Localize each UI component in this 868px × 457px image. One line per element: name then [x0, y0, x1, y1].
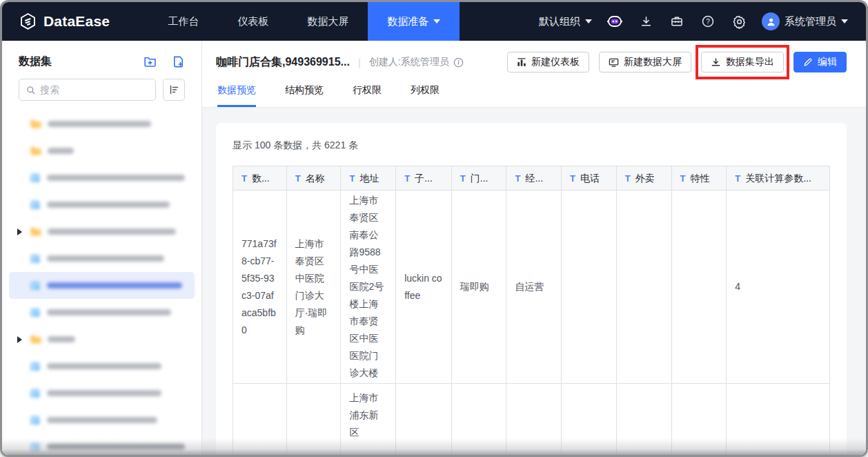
tree-item-0[interactable] [9, 110, 195, 137]
search-input[interactable] [40, 84, 148, 95]
tab-3[interactable]: 列权限 [411, 84, 440, 107]
cell-r0-c1: 上海市奉贤区中医院门诊大厅·瑞即购 [286, 191, 341, 384]
pencil-icon [803, 57, 813, 67]
dataset-export-button[interactable]: 数据集导出 [701, 52, 784, 72]
new-folder-icon[interactable] [144, 55, 157, 68]
nav-item-1[interactable]: 仪表板 [218, 2, 288, 41]
column-header-5[interactable]: T经... [506, 166, 562, 191]
nav-item-3[interactable]: 数据准备 [368, 2, 460, 41]
dataset-sidebar: 数据集 [2, 41, 202, 455]
main-area: 咖啡门店合集,949369915... | 创建人:系统管理员 [202, 41, 866, 455]
nav-right-cluster: 默认组织 [539, 2, 866, 41]
text-type-icon: T [404, 173, 410, 184]
new-screen-button[interactable]: 新建数据大屏 [599, 52, 691, 72]
tree-item-6-selected[interactable] [9, 272, 195, 299]
tree-item-content [30, 226, 176, 237]
tree-item-1[interactable] [9, 137, 195, 164]
redacted-label [47, 202, 170, 208]
column-label: 名称 [306, 173, 325, 184]
tab-0[interactable]: 数据预览 [217, 84, 256, 107]
tree-item-content [30, 442, 185, 453]
chevron-down-icon [433, 19, 440, 23]
expand-arrow-icon[interactable] [17, 336, 22, 343]
top-navbar: DataEase 工作台仪表板数据大屏数据准备 默认组织 [2, 2, 866, 41]
tab-1[interactable]: 结构预览 [285, 84, 324, 107]
org-label: 默认组织 [539, 15, 580, 28]
tree-item-content [30, 361, 161, 372]
redacted-label [48, 228, 176, 235]
text-type-icon: T [570, 173, 575, 184]
tree-item-content [30, 333, 75, 345]
settings-gear-icon[interactable] [731, 13, 747, 30]
column-header-8[interactable]: T特性 [671, 166, 727, 191]
text-type-icon: T [515, 173, 520, 184]
column-header-1[interactable]: T名称 [286, 166, 341, 191]
column-header-2[interactable]: T地址 [341, 166, 396, 191]
expand-arrow-icon[interactable] [17, 228, 22, 235]
help-icon[interactable]: ? [700, 13, 716, 30]
cell-r0-c4: 瑞即购 [451, 191, 506, 384]
text-type-icon: T [460, 173, 466, 184]
folder-icon [30, 333, 41, 345]
redacted-label [47, 390, 161, 396]
column-header-3[interactable]: T子... [396, 166, 452, 191]
user-menu[interactable]: 系统管理员 [762, 12, 848, 30]
column-header-4[interactable]: T门... [451, 166, 506, 191]
tree-item-8[interactable] [9, 326, 195, 353]
cell-r0-c3: luckin coffee [396, 191, 452, 384]
nav-item-2[interactable]: 数据大屏 [288, 2, 368, 41]
tab-2[interactable]: 行权限 [353, 84, 382, 107]
redacted-label [47, 175, 185, 181]
redacted-label [47, 255, 164, 262]
cell-r1-c7 [616, 384, 671, 456]
search-box[interactable] [19, 79, 156, 101]
tree-item-10[interactable] [9, 380, 195, 407]
column-header-7[interactable]: T外卖 [616, 166, 671, 191]
nav-item-label: 仪表板 [237, 15, 268, 28]
dataset-header: 咖啡门店合集,949369915... | 创建人:系统管理员 [202, 41, 866, 108]
column-label: 电话 [580, 173, 600, 184]
dataset-icon [30, 280, 41, 291]
screen-icon [609, 57, 619, 68]
sort-button[interactable] [163, 79, 185, 101]
nav-item-0[interactable]: 工作台 [148, 2, 218, 41]
tree-item-5[interactable] [9, 245, 195, 272]
folder-icon [30, 118, 41, 130]
tree-item-3[interactable] [9, 191, 195, 218]
dataset-icon [30, 200, 41, 211]
info-icon[interactable] [453, 57, 464, 68]
download-center-icon[interactable] [638, 13, 654, 30]
dataset-icon [30, 173, 41, 184]
edit-button[interactable]: 编辑 [793, 52, 847, 72]
chevron-down-icon [841, 19, 848, 23]
column-header-6[interactable]: T电话 [562, 166, 617, 191]
new-dashboard-button[interactable]: 新建仪表板 [507, 52, 589, 72]
dataease-logo[interactable]: DataEase [2, 2, 128, 41]
cell-r1-c4 [451, 384, 506, 456]
tree-item-12[interactable] [9, 434, 195, 455]
tree-item-11[interactable] [9, 407, 195, 434]
avatar [762, 12, 780, 30]
cell-r0-c7 [616, 191, 671, 384]
tree-item-9[interactable] [9, 353, 195, 380]
toolbox-icon[interactable] [669, 13, 685, 30]
org-selector[interactable]: 默认组织 [539, 15, 592, 28]
tree-item-4[interactable] [9, 218, 195, 245]
tree-item-2[interactable] [9, 164, 195, 191]
chevron-down-icon [585, 19, 592, 23]
dataset-icon [30, 442, 41, 453]
text-type-icon: T [295, 173, 301, 184]
ai-assistant-icon[interactable] [606, 13, 623, 30]
redacted-label [48, 336, 75, 342]
column-header-0[interactable]: T数... [233, 166, 287, 191]
column-label: 外卖 [635, 173, 655, 184]
tree-item-7[interactable] [9, 299, 195, 326]
dataset-icon [30, 361, 41, 372]
new-dataset-icon[interactable] [172, 55, 185, 68]
tree-item-content [30, 118, 151, 130]
tree-item-content [30, 145, 74, 157]
column-header-9[interactable]: T关联计算参数... [727, 166, 830, 191]
column-label: 子... [415, 173, 433, 184]
cell-r0-c9: 4 [727, 191, 830, 384]
column-label: 地址 [359, 173, 379, 184]
